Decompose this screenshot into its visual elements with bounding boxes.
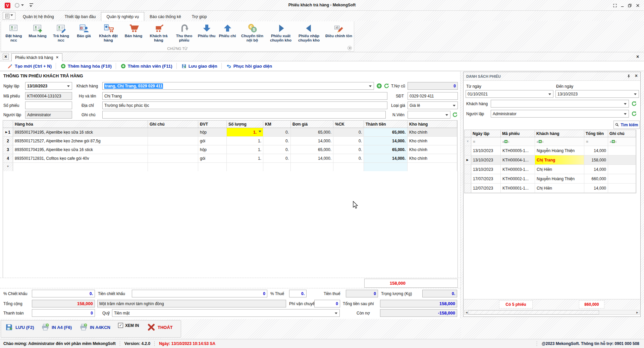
row-indicator[interactable] [465, 146, 471, 155]
ribbon-item-phieu-xuat[interactable]: Phiếu xuất chuyển kho [267, 22, 295, 45]
cell-ghichu[interactable] [148, 154, 198, 163]
tu-ngay-field[interactable]: 01/10/2021 [466, 90, 553, 98]
cell-ten[interactable]: 8935001704195, Alpenlibe kẹo sữa 16 stic… [13, 145, 148, 154]
chevron-down-icon[interactable] [259, 131, 261, 134]
menu-tab-nghiep-vu[interactable]: Quản lý nghiệp vụ [101, 12, 144, 21]
cell-ngay[interactable]: 12/07/2023 [471, 184, 501, 193]
new-row-cell[interactable] [408, 163, 457, 171]
close-all-tabs-icon[interactable] [3, 54, 9, 60]
cell-kh[interactable]: Chị Hiền [535, 184, 584, 193]
new-row-cell[interactable] [198, 163, 227, 171]
cell-km[interactable]: 0. [263, 154, 291, 163]
new-row-cell[interactable] [148, 163, 198, 171]
minimize-icon[interactable] [619, 2, 625, 8]
ribbon-item-dat-hang-ncc[interactable]: Đặt hàng ncc [2, 22, 26, 45]
ribbon-item-thu-theo-phieu[interactable]: Thu theo phiếu [172, 22, 196, 45]
menu-tab-bao-cao[interactable]: Báo cáo thống kê [144, 12, 186, 21]
refresh-customer-icon[interactable] [383, 83, 390, 89]
row-indicator[interactable] [465, 174, 471, 184]
col-don-gia[interactable]: Đơn giá [291, 121, 333, 128]
refresh-icon[interactable] [631, 111, 637, 117]
print-a4kcn-button[interactable]: IN A4KCN [79, 323, 110, 332]
cell-tien[interactable]: 14,000 [584, 146, 608, 155]
thue-field[interactable]: 0. [289, 290, 307, 297]
cell-km[interactable]: 0. [263, 145, 291, 154]
cell-ten[interactable]: 8935001704195, Alpenlibe kẹo sữa 16 stic… [13, 128, 148, 137]
exit-button[interactable]: THOÁT [147, 323, 173, 332]
ribbon-item-khach-dat-hang[interactable]: Khách đặt hàng [95, 22, 122, 45]
cell-ten[interactable]: 8935001712831, Cofitos kẹo cafe gói 40v [13, 154, 148, 163]
pin-icon[interactable] [627, 74, 631, 79]
dia-chi-field[interactable]: Trường tiểu học phúc lộc [102, 101, 387, 109]
row-indicator[interactable]: 3 [3, 145, 13, 154]
col-ck[interactable]: %CK [333, 121, 364, 128]
fullscreen-icon[interactable] [612, 2, 618, 8]
ribbon-item-bao-gia[interactable]: Báo giá [73, 22, 95, 45]
phi-vc-field[interactable]: 0 [314, 300, 340, 307]
cell-ck[interactable]: 0. [333, 128, 364, 137]
chiet-khau-field[interactable]: 0. [32, 290, 95, 297]
khach-hang-combo[interactable]: trang, Chị Trang, 0329 029 411 [102, 82, 374, 90]
tab-close-icon[interactable] [56, 55, 58, 60]
cell-tien[interactable]: 660,000 [584, 174, 608, 184]
ribbon-item-phieu-thu[interactable]: Phiếu thu [196, 22, 217, 45]
menu-tab-tro-giup[interactable]: Trợ giúp [186, 12, 212, 21]
ribbon-item-mua-hang[interactable]: Mua hàng [26, 22, 49, 45]
cell-tien[interactable]: 14,000 [584, 165, 608, 174]
ribbon-item-phieu-nhap[interactable]: Phiếu nhập chuyển kho [295, 22, 323, 45]
col-kho-hang[interactable]: Kho hàng [408, 121, 457, 128]
panel-close-icon[interactable] [635, 73, 638, 78]
save-layout-button[interactable]: Lưu giao diện [177, 63, 221, 69]
refresh-icon[interactable] [631, 100, 637, 107]
thanh-toan-field[interactable]: 0 [32, 309, 95, 317]
den-ngay-field[interactable]: 13/10/2023 [555, 90, 639, 98]
panel-splitter[interactable] [460, 72, 461, 318]
col-ghi-chu[interactable]: Ghi chú [148, 121, 198, 128]
cell-ma[interactable]: KTH00004-1... [501, 155, 535, 165]
col-ngay-lap[interactable]: Ngày lập [471, 130, 501, 137]
cell-kho[interactable]: Kho chính [408, 154, 457, 163]
panel-nguoi-lap-combo[interactable]: Administrator [491, 110, 629, 118]
filter-equals-cell[interactable]: = [584, 137, 608, 146]
cell-don-gia[interactable]: 14,000. [291, 137, 333, 145]
cell-don-gia[interactable]: 14,000. [291, 154, 333, 163]
ribbon-item-phieu-chi[interactable]: Phiếu chi [217, 22, 238, 45]
cell-ma[interactable]: KTH00003-1... [501, 165, 535, 174]
filter-equals-cell[interactable]: = [471, 137, 501, 146]
checkbox-checked-icon[interactable] [118, 323, 123, 328]
cell-ten[interactable]: 8935001712527, Alpenlibe kẹo 2chew gói 8… [13, 137, 148, 145]
row-indicator-selected[interactable] [465, 155, 471, 165]
tabbar-close-icon[interactable] [635, 54, 641, 60]
cell-thanh-tien[interactable]: 65,000. [364, 128, 408, 137]
cell-ngay[interactable]: 13/10/2023 [471, 146, 501, 155]
ribbon-item-chuyen-tien[interactable]: Chuyển tiền nội bộ [238, 22, 267, 45]
filter-abc-cell[interactable]: aBc [608, 137, 636, 146]
row-indicator[interactable] [465, 184, 471, 193]
sdt-field[interactable]: 0329 029 411 [408, 92, 458, 100]
nhan-vien-combo[interactable] [408, 111, 450, 119]
col-so-luong[interactable]: Số lượng [227, 121, 263, 128]
cell-ghichu[interactable] [608, 155, 636, 165]
add-product-button[interactable]: Thêm hàng hóa (F10) [56, 63, 116, 69]
cell-ghichu[interactable] [608, 174, 636, 184]
cell-thanh-tien[interactable]: 14,000. [364, 137, 408, 145]
cell-ma[interactable]: KTH00002-1... [501, 174, 535, 184]
row-indicator[interactable]: 1 [3, 128, 13, 137]
ho-ten-field[interactable]: Chị Trang [102, 92, 387, 100]
ribbon-item-dieu-chinh-ton[interactable]: Điều chỉnh tồn [323, 22, 355, 45]
filter-abc-cell[interactable]: aBc [501, 137, 535, 146]
menu-tab-thiet-lap[interactable]: Thiết lập ban đầu [59, 12, 101, 21]
cell-ma[interactable]: KTH00001-1... [501, 184, 535, 193]
cell-dvt[interactable]: hộp [198, 145, 227, 154]
filter-abc-cell[interactable]: aBc [535, 137, 584, 146]
col-tong-tien[interactable]: Tổng tiền [584, 130, 608, 137]
quy-combo[interactable]: Tiền mặt [112, 309, 340, 317]
new-button[interactable]: Tạo mới (Ctrl + N) [3, 63, 56, 69]
cell-so-luong-editing[interactable]: 1. [227, 128, 263, 137]
cell-ck[interactable]: 0. [333, 137, 364, 145]
cell-kh[interactable]: Chị Hiền [535, 165, 584, 174]
ghi-chu-field[interactable] [102, 111, 386, 119]
cell-ghichu[interactable] [148, 128, 198, 137]
restore-layout-button[interactable]: Phục hồi giao diện [222, 63, 276, 69]
cell-so-luong[interactable]: 1. [227, 145, 263, 154]
